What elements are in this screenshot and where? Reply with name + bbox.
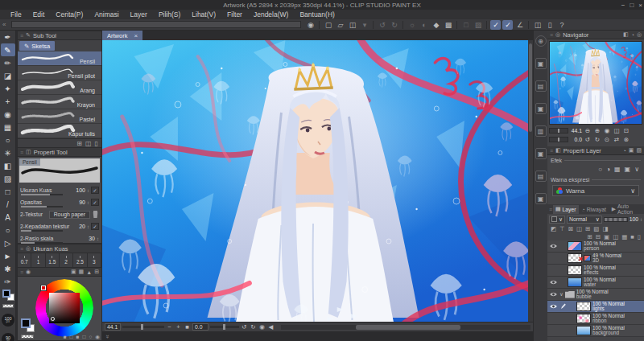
visibility-eye-icon[interactable]	[549, 242, 558, 251]
transfer-down-icon[interactable]: ⊤	[559, 225, 565, 232]
color-slider-tab-icon[interactable]: ▣	[71, 269, 76, 275]
brush-opacity-badge[interactable]: 90 %	[2, 333, 14, 341]
merge-layer-icon[interactable]: ▦	[621, 233, 627, 240]
transparent-color-swatch[interactable]	[2, 304, 14, 308]
layer-row-3d[interactable]: × 49 % Normal3D	[547, 253, 644, 265]
layer-thumbnail[interactable]	[576, 314, 591, 323]
layer-row-person[interactable]: 100 % Normalperson	[547, 240, 644, 253]
line-tool-icon[interactable]: /	[1, 198, 15, 211]
quick-access-icon[interactable]: ⊕	[535, 35, 547, 47]
brush-tool-icon[interactable]: ✎	[1, 43, 15, 56]
command-bar-area[interactable]	[11, 21, 301, 28]
panel-grip-icon[interactable]: ≡	[550, 148, 553, 154]
expression-color-select[interactable]: Warna ∨	[552, 185, 639, 196]
setting-option-icon[interactable]: ✓	[91, 199, 99, 206]
size-option[interactable]: 0.7	[18, 253, 31, 267]
balloon-tool-icon[interactable]: ○	[1, 224, 15, 236]
color-mixing-tab-icon[interactable]: ▲	[86, 269, 92, 275]
close-button[interactable]: ×	[638, 2, 642, 9]
nav-zoom-in-icon[interactable]: ⊕	[593, 127, 601, 134]
menu-edit[interactable]: Edit	[27, 10, 51, 18]
brush-item-pastel[interactable]: Pastel	[18, 109, 101, 124]
subtool-group-sketsa[interactable]: ✎ Sketsa	[19, 41, 55, 51]
delete-layer-icon[interactable]: ▯	[638, 233, 641, 240]
setting-opacity[interactable]: Opasitas 90 ↕ ✓	[18, 196, 101, 208]
setting-texture[interactable]: 2-Tekstur Rough paper	[18, 208, 101, 220]
operation-tool-icon[interactable]: ►	[1, 249, 15, 262]
subview-tab-icon[interactable]: ◔	[631, 32, 634, 38]
navigator-zoom-slider[interactable]	[549, 128, 568, 134]
navigator-rotate-slider[interactable]	[549, 137, 568, 142]
color-mode-icon[interactable]: ○	[89, 334, 92, 340]
horizontal-scrollbar[interactable]	[281, 325, 530, 330]
gradient-tool-icon[interactable]: ▨	[1, 172, 15, 185]
new-layer-icon[interactable]: ⊞	[587, 233, 592, 240]
nav-flip-horizontal-icon[interactable]: ⇄	[613, 136, 621, 143]
canvas-rotate-slider[interactable]	[210, 326, 239, 328]
setting-scale-ratio[interactable]: 2-Rasio skala 30 ↕	[18, 232, 101, 244]
layer-thumbnail[interactable]: ×	[568, 253, 582, 263]
nav-rotate-left-icon[interactable]: ↺	[584, 136, 592, 143]
texture-select-button[interactable]: Rough paper	[49, 211, 90, 219]
duplicate-subtool-icon[interactable]: ◫	[85, 140, 92, 147]
panel-grip-icon[interactable]: ≡	[20, 246, 23, 252]
save-dropdown-icon[interactable]: ▾	[359, 20, 369, 30]
invert-select-icon[interactable]: ◐	[419, 20, 429, 30]
panel-grip-icon[interactable]: ≡	[20, 150, 23, 155]
navigator-rotate-value[interactable]: 0.0	[570, 137, 582, 142]
zoom-out-icon[interactable]: −	[166, 323, 173, 331]
spinner-icon[interactable]: ↕	[87, 224, 89, 229]
color-mode-icon[interactable]: □	[82, 334, 85, 340]
rotate-right-icon[interactable]: ↻	[250, 323, 257, 331]
navigator-tab-icon[interactable]: ◧	[623, 31, 629, 38]
transparent-swatch[interactable]	[21, 335, 34, 339]
nav-zoom-out-icon[interactable]: ⊖	[584, 127, 592, 134]
material-image-icon[interactable]: ▣	[535, 148, 547, 159]
size-option[interactable]: 2	[60, 253, 73, 267]
layer-row-effects[interactable]: 100 % Normaleffects	[547, 265, 644, 277]
new-file-icon[interactable]: ▢	[323, 20, 333, 30]
sv-marker[interactable]	[51, 317, 55, 321]
ruler-layer-icon[interactable]: ▧	[593, 225, 599, 232]
layer-thumbnail[interactable]	[568, 277, 582, 287]
canvas-zoom-value[interactable]: 44.1	[105, 323, 121, 331]
material-3d-icon[interactable]: ▤	[535, 170, 547, 182]
title-bar[interactable]: Artwork (A5 2894 x 2039px 350dpi 44.1%) …	[0, 0, 644, 10]
spinner-icon[interactable]: ↕	[640, 217, 642, 222]
navigator-zoom-value[interactable]: 44.1	[570, 128, 582, 134]
artwork-canvas[interactable]	[102, 40, 528, 322]
tab-layer[interactable]: ▤ Layer	[553, 205, 578, 214]
nav-actual-size-icon[interactable]: ◉	[603, 127, 611, 134]
eraser-tool-icon[interactable]: ◪	[1, 69, 15, 82]
companion-device-icon[interactable]: ▯	[544, 20, 555, 30]
brush-item-krayon[interactable]: Krayon	[18, 95, 101, 109]
color-history-tab-icon[interactable]: ⊞	[94, 269, 99, 275]
setting-brush-size[interactable]: Ukuran Kuas 100 ↕ ✓	[18, 184, 101, 196]
zoom-in-icon[interactable]: +	[175, 323, 182, 331]
effect-more-icon[interactable]: ∨	[634, 166, 639, 173]
menu-file[interactable]: File	[5, 10, 27, 18]
fill-tool-icon[interactable]: ◧	[1, 159, 15, 172]
hue-marker[interactable]	[41, 286, 46, 290]
text-tool-icon[interactable]: A	[1, 211, 15, 224]
ruler-icon[interactable]: ◫	[532, 20, 543, 30]
toolbar-collapse-icon[interactable]: «	[0, 21, 8, 28]
snap-ruler-icon[interactable]: ✓	[490, 20, 501, 30]
visibility-eye-icon[interactable]	[549, 278, 558, 287]
lasso-tool-icon[interactable]: ○	[1, 134, 15, 146]
clip-studio-icon[interactable]: ◉	[305, 20, 316, 30]
flip-horizontal-icon[interactable]: ◀	[267, 323, 275, 331]
mask-icon[interactable]: ⊞	[585, 225, 590, 232]
canvas-rotate-value[interactable]: 0.0	[192, 323, 208, 331]
gradient-icon[interactable]: ▨	[473, 20, 483, 30]
new-vector-layer-icon[interactable]: ⊟	[596, 233, 601, 240]
deselect-icon[interactable]: □	[460, 20, 471, 30]
visibility-eye-icon[interactable]	[549, 302, 558, 311]
eyedropper-tool-icon[interactable]: ✑	[1, 275, 15, 288]
layer-row-lights[interactable]: 100 % Normallights	[547, 301, 644, 313]
item-bank-tab-icon[interactable]: ◎	[637, 31, 642, 38]
material-manga-icon[interactable]: ▥	[535, 125, 547, 137]
hand-tool-icon[interactable]: ✱	[1, 262, 15, 275]
decoration-tool-icon[interactable]: +	[1, 95, 15, 108]
color-swatch-pair[interactable]	[21, 318, 35, 331]
